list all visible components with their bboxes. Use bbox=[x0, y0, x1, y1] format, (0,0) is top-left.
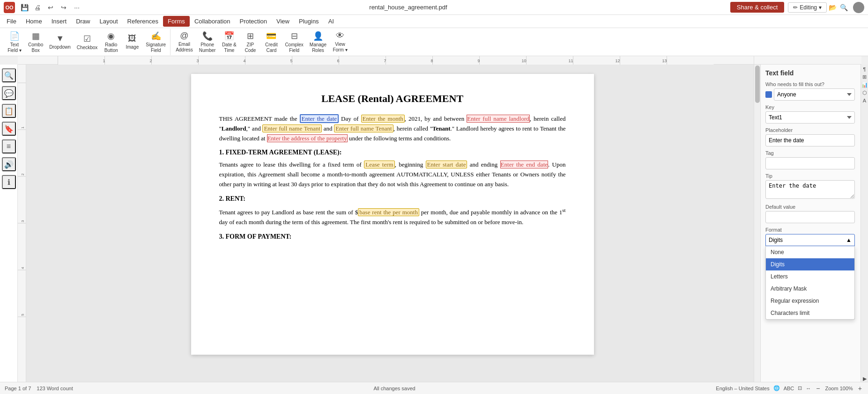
combo-box-btn[interactable]: ▦ ComboBox bbox=[25, 29, 46, 55]
menu-plugins[interactable]: Plugins bbox=[294, 16, 324, 27]
checkbox-btn[interactable]: ☑ Checkbox bbox=[74, 32, 100, 52]
speaker-btn[interactable]: 🔊 bbox=[2, 157, 16, 171]
phone-icon: 📞 bbox=[202, 31, 213, 41]
panel-icon[interactable]: ▶ bbox=[863, 376, 867, 382]
language-select[interactable]: English – United States bbox=[716, 386, 769, 391]
default-value-label: Default value bbox=[765, 204, 855, 210]
complex-field-icon: ⊟ bbox=[291, 31, 298, 41]
menu-layout[interactable]: Layout bbox=[95, 16, 123, 27]
table-icon[interactable]: ⊞ bbox=[862, 74, 867, 80]
start-date-field[interactable]: Enter start date bbox=[426, 161, 467, 168]
lease-term-field[interactable]: Lease term bbox=[364, 161, 394, 168]
format-option-none[interactable]: None bbox=[766, 246, 854, 258]
text-field-btn[interactable]: 📄 TextField ▾ bbox=[4, 29, 25, 55]
info-btn[interactable]: ℹ bbox=[2, 175, 16, 189]
menu-forms[interactable]: Forms bbox=[163, 16, 190, 27]
svg-text:11: 11 bbox=[569, 58, 573, 63]
menu-insert[interactable]: Insert bbox=[47, 16, 72, 27]
menu-file[interactable]: File bbox=[2, 16, 21, 27]
svg-text:3: 3 bbox=[21, 220, 25, 222]
comment-btn[interactable]: 💬 bbox=[2, 86, 16, 100]
shape-icon[interactable]: ⬡ bbox=[862, 90, 867, 96]
menu-home[interactable]: Home bbox=[21, 16, 47, 27]
chart-icon[interactable]: 📊 bbox=[861, 82, 868, 88]
share-collect-button[interactable]: Share & collect bbox=[730, 2, 784, 13]
signature-icon: ✍ bbox=[151, 31, 161, 41]
tip-label: Tip bbox=[765, 173, 855, 179]
format-option-digits[interactable]: Digits bbox=[766, 258, 854, 270]
zoom-out-btn[interactable]: − bbox=[815, 385, 821, 392]
svg-text:4: 4 bbox=[244, 58, 246, 63]
date-field[interactable]: Enter the date bbox=[300, 114, 339, 123]
undo-btn[interactable]: ↩ bbox=[45, 2, 56, 13]
document-title: LEASE (Rental) AGREEMENT bbox=[219, 93, 566, 105]
svg-text:5: 5 bbox=[290, 58, 293, 63]
menu-references[interactable]: References bbox=[123, 16, 163, 27]
date-time-btn[interactable]: 📅 Date &Time bbox=[219, 29, 239, 55]
dropdown-btn[interactable]: ▼ Dropdown bbox=[46, 32, 74, 52]
format-option-letters[interactable]: Letters bbox=[766, 270, 854, 283]
tenant1-field[interactable]: Enter full name Tenant bbox=[262, 124, 322, 132]
print-btn[interactable]: 🖨 bbox=[32, 2, 43, 13]
tag-input[interactable] bbox=[765, 157, 855, 169]
complex-field-btn[interactable]: ⊟ ComplexField bbox=[282, 29, 306, 55]
search-btn[interactable]: 🔍 bbox=[838, 2, 849, 13]
address-field[interactable]: Enter the address of the property bbox=[267, 134, 348, 142]
editing-button[interactable]: ✏ Editing ▾ bbox=[788, 2, 827, 13]
menu-draw[interactable]: Draw bbox=[71, 16, 95, 27]
signature-field-btn[interactable]: ✍ SignatureField bbox=[143, 29, 169, 55]
text-art-icon[interactable]: A bbox=[863, 98, 866, 103]
menu-collaboration[interactable]: Collaboration bbox=[190, 16, 235, 27]
svg-text:10: 10 bbox=[522, 58, 527, 63]
save-btn[interactable]: 💾 bbox=[19, 2, 30, 13]
more-btn[interactable]: ··· bbox=[71, 2, 82, 13]
format-option-arbitrary-mask[interactable]: Arbitrary Mask bbox=[766, 283, 854, 295]
landlord-field[interactable]: Enter full name landlord bbox=[467, 115, 530, 123]
view-form-btn[interactable]: 👁 ViewForm ▾ bbox=[330, 29, 350, 55]
who-select[interactable]: Anyone bbox=[774, 88, 855, 101]
phone-number-btn[interactable]: 📞 PhoneNumber bbox=[196, 29, 219, 55]
menu-ai[interactable]: AI bbox=[324, 16, 339, 27]
vertical-scrollbar[interactable] bbox=[754, 65, 760, 382]
scroll-thumb[interactable] bbox=[755, 66, 760, 103]
tenant2-field[interactable]: Enter full name Tenant bbox=[334, 124, 393, 132]
paragraph-icon[interactable]: ¶ bbox=[863, 66, 866, 72]
image-btn[interactable]: 🖼 Image bbox=[122, 32, 142, 52]
track-changes-btn[interactable]: 📋 bbox=[2, 104, 16, 118]
credit-card-btn[interactable]: 💳 CreditCard bbox=[261, 29, 282, 55]
format-selected-value: Digits bbox=[769, 237, 783, 243]
fit-page-icon[interactable]: ⊡ bbox=[798, 385, 802, 391]
placeholder-input[interactable] bbox=[765, 134, 855, 146]
document-area[interactable]: LEASE (Rental) AGREEMENT THIS AGREEMENT … bbox=[26, 65, 754, 382]
menu-view[interactable]: View bbox=[272, 16, 294, 27]
zip-code-btn[interactable]: ⊞ ZIPCode bbox=[240, 29, 260, 55]
paragraph-1: THIS AGREEMENT made the Enter the date D… bbox=[219, 114, 566, 143]
align-btn[interactable]: ≡ bbox=[2, 139, 16, 153]
svg-text:1: 1 bbox=[103, 58, 105, 63]
tip-input[interactable]: Enter the date bbox=[765, 180, 855, 199]
end-date-field[interactable]: Enter the end date bbox=[500, 161, 548, 168]
bookmarks-btn[interactable]: 🔖 bbox=[2, 122, 16, 136]
redo-btn[interactable]: ↪ bbox=[58, 2, 69, 13]
format-option-regex[interactable]: Regular expression bbox=[766, 295, 854, 307]
word-count-btn[interactable]: 123 Word count bbox=[37, 386, 73, 391]
email-address-btn[interactable]: @ EmailAddress bbox=[173, 29, 196, 55]
fit-width-icon[interactable]: ↔ bbox=[806, 386, 811, 391]
month-field[interactable]: Enter the month bbox=[361, 115, 405, 123]
language-globe-icon[interactable]: 🌐 bbox=[773, 385, 780, 391]
format-select-open[interactable]: Digits ▲ bbox=[765, 234, 855, 246]
svg-text:12: 12 bbox=[616, 58, 620, 63]
zoom-out-side-btn[interactable]: 🔍 bbox=[2, 68, 16, 82]
format-dropdown-wrapper: Digits ▲ None Digits Letters Arbitrary M… bbox=[765, 234, 855, 246]
manage-roles-btn[interactable]: 👤 ManageRoles bbox=[307, 29, 329, 55]
spellcheck-icon[interactable]: ABC bbox=[784, 386, 794, 391]
default-value-input[interactable] bbox=[765, 211, 855, 223]
key-select[interactable]: Text1 bbox=[765, 111, 855, 124]
format-option-char-limit[interactable]: Characters limit bbox=[766, 307, 854, 319]
radio-button-btn[interactable]: ◉ RadioButton bbox=[101, 29, 121, 55]
zoom-in-btn[interactable]: + bbox=[857, 385, 863, 392]
menu-protection[interactable]: Protection bbox=[235, 16, 272, 27]
chevron-down-icon: ▾ bbox=[819, 4, 822, 11]
rent-field[interactable]: base rent the per month bbox=[358, 208, 419, 216]
open-file-btn[interactable]: 📂 bbox=[827, 2, 838, 13]
